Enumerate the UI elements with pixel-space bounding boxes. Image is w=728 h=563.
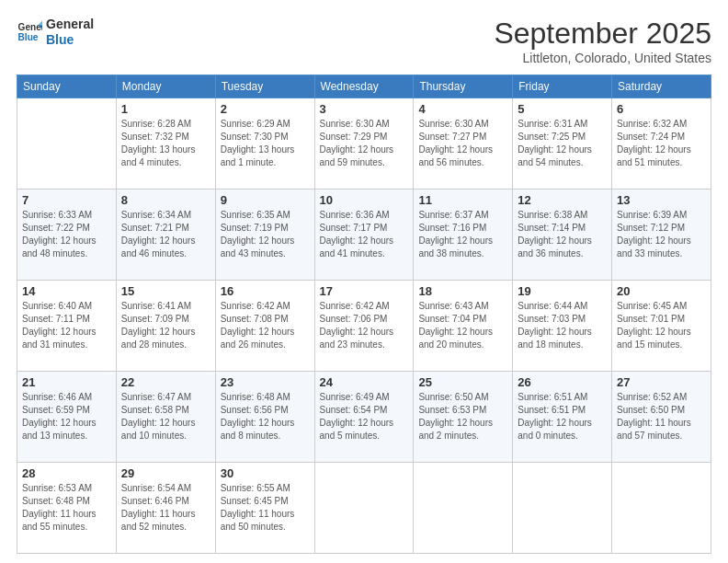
day-info: Sunrise: 6:47 AM Sunset: 6:58 PM Dayligh… xyxy=(121,391,210,442)
calendar-cell: 13Sunrise: 6:39 AM Sunset: 7:12 PM Dayli… xyxy=(612,190,711,281)
day-number: 25 xyxy=(418,375,507,389)
day-number: 10 xyxy=(320,193,409,207)
calendar-cell: 20Sunrise: 6:45 AM Sunset: 7:01 PM Dayli… xyxy=(612,281,711,372)
day-info: Sunrise: 6:43 AM Sunset: 7:04 PM Dayligh… xyxy=(418,300,507,351)
day-number: 9 xyxy=(221,193,310,207)
calendar-cell: 6Sunrise: 6:32 AM Sunset: 7:24 PM Daylig… xyxy=(612,98,711,190)
calendar-cell: 27Sunrise: 6:52 AM Sunset: 6:50 PM Dayli… xyxy=(612,372,711,463)
day-info: Sunrise: 6:42 AM Sunset: 7:06 PM Dayligh… xyxy=(320,300,409,351)
calendar-cell: 11Sunrise: 6:37 AM Sunset: 7:16 PM Dayli… xyxy=(414,190,513,281)
calendar-cell: 16Sunrise: 6:42 AM Sunset: 7:08 PM Dayli… xyxy=(215,281,314,372)
day-info: Sunrise: 6:39 AM Sunset: 7:12 PM Dayligh… xyxy=(617,209,706,260)
day-info: Sunrise: 6:53 AM Sunset: 6:48 PM Dayligh… xyxy=(22,482,111,534)
day-info: Sunrise: 6:28 AM Sunset: 7:32 PM Dayligh… xyxy=(121,118,210,169)
day-number: 28 xyxy=(22,466,111,480)
calendar-cell: 21Sunrise: 6:46 AM Sunset: 6:59 PM Dayli… xyxy=(17,372,117,463)
day-number: 2 xyxy=(221,102,310,116)
calendar-cell xyxy=(314,463,414,554)
day-info: Sunrise: 6:30 AM Sunset: 7:27 PM Dayligh… xyxy=(418,118,507,169)
day-number: 23 xyxy=(221,375,310,389)
calendar-cell: 7Sunrise: 6:33 AM Sunset: 7:22 PM Daylig… xyxy=(17,190,117,281)
day-number: 30 xyxy=(221,466,310,480)
calendar-cell: 26Sunrise: 6:51 AM Sunset: 6:51 PM Dayli… xyxy=(513,372,612,463)
day-number: 27 xyxy=(617,375,706,389)
day-info: Sunrise: 6:55 AM Sunset: 6:45 PM Dayligh… xyxy=(221,482,310,534)
calendar-cell: 14Sunrise: 6:40 AM Sunset: 7:11 PM Dayli… xyxy=(17,281,117,372)
day-info: Sunrise: 6:38 AM Sunset: 7:14 PM Dayligh… xyxy=(518,209,607,260)
location: Littleton, Colorado, United States xyxy=(494,51,711,65)
calendar-cell: 30Sunrise: 6:55 AM Sunset: 6:45 PM Dayli… xyxy=(215,463,314,554)
calendar-cell: 4Sunrise: 6:30 AM Sunset: 7:27 PM Daylig… xyxy=(414,98,513,190)
day-number: 6 xyxy=(617,102,706,116)
calendar-cell: 19Sunrise: 6:44 AM Sunset: 7:03 PM Dayli… xyxy=(513,281,612,372)
title-block: September 2025 Littleton, Colorado, Unit… xyxy=(494,17,711,65)
calendar-cell: 9Sunrise: 6:35 AM Sunset: 7:19 PM Daylig… xyxy=(215,190,314,281)
header: General Blue General Blue September 2025… xyxy=(17,17,711,65)
day-number: 1 xyxy=(121,102,210,116)
calendar-cell xyxy=(513,463,612,554)
day-number: 13 xyxy=(617,193,706,207)
day-number: 22 xyxy=(121,375,210,389)
day-number: 3 xyxy=(320,102,409,116)
logo-line2: Blue xyxy=(46,32,94,48)
month-title: September 2025 xyxy=(494,17,711,51)
day-info: Sunrise: 6:33 AM Sunset: 7:22 PM Dayligh… xyxy=(22,209,111,260)
day-info: Sunrise: 6:46 AM Sunset: 6:59 PM Dayligh… xyxy=(22,391,111,442)
day-info: Sunrise: 6:48 AM Sunset: 6:56 PM Dayligh… xyxy=(221,391,310,442)
calendar-cell: 24Sunrise: 6:49 AM Sunset: 6:54 PM Dayli… xyxy=(314,372,414,463)
calendar-cell: 25Sunrise: 6:50 AM Sunset: 6:53 PM Dayli… xyxy=(414,372,513,463)
calendar-cell: 22Sunrise: 6:47 AM Sunset: 6:58 PM Dayli… xyxy=(116,372,215,463)
day-info: Sunrise: 6:42 AM Sunset: 7:08 PM Dayligh… xyxy=(221,300,310,351)
day-header-wednesday: Wednesday xyxy=(314,75,414,98)
calendar-cell: 8Sunrise: 6:34 AM Sunset: 7:21 PM Daylig… xyxy=(116,190,215,281)
day-info: Sunrise: 6:36 AM Sunset: 7:17 PM Dayligh… xyxy=(320,209,409,260)
day-number: 7 xyxy=(22,193,111,207)
day-info: Sunrise: 6:32 AM Sunset: 7:24 PM Dayligh… xyxy=(617,118,706,169)
day-number: 18 xyxy=(418,284,507,298)
day-info: Sunrise: 6:41 AM Sunset: 7:09 PM Dayligh… xyxy=(121,300,210,351)
day-info: Sunrise: 6:30 AM Sunset: 7:29 PM Dayligh… xyxy=(320,118,409,169)
day-info: Sunrise: 6:31 AM Sunset: 7:25 PM Dayligh… xyxy=(518,118,607,169)
calendar-cell: 29Sunrise: 6:54 AM Sunset: 6:46 PM Dayli… xyxy=(116,463,215,554)
day-header-tuesday: Tuesday xyxy=(215,75,314,98)
calendar-cell: 17Sunrise: 6:42 AM Sunset: 7:06 PM Dayli… xyxy=(314,281,414,372)
day-number: 26 xyxy=(518,375,607,389)
day-number: 20 xyxy=(617,284,706,298)
calendar-cell: 5Sunrise: 6:31 AM Sunset: 7:25 PM Daylig… xyxy=(513,98,612,190)
day-info: Sunrise: 6:34 AM Sunset: 7:21 PM Dayligh… xyxy=(121,209,210,260)
svg-text:Blue: Blue xyxy=(18,31,39,41)
day-info: Sunrise: 6:52 AM Sunset: 6:50 PM Dayligh… xyxy=(617,391,706,442)
day-number: 21 xyxy=(22,375,111,389)
day-info: Sunrise: 6:51 AM Sunset: 6:51 PM Dayligh… xyxy=(518,391,607,442)
calendar-cell xyxy=(414,463,513,554)
calendar-cell: 1Sunrise: 6:28 AM Sunset: 7:32 PM Daylig… xyxy=(116,98,215,190)
day-number: 15 xyxy=(121,284,210,298)
day-info: Sunrise: 6:35 AM Sunset: 7:19 PM Dayligh… xyxy=(221,209,310,260)
calendar-cell: 18Sunrise: 6:43 AM Sunset: 7:04 PM Dayli… xyxy=(414,281,513,372)
day-header-sunday: Sunday xyxy=(17,75,117,98)
day-number: 8 xyxy=(121,193,210,207)
day-number: 4 xyxy=(418,102,507,116)
day-info: Sunrise: 6:44 AM Sunset: 7:03 PM Dayligh… xyxy=(518,300,607,351)
calendar-cell xyxy=(17,98,117,190)
day-number: 14 xyxy=(22,284,111,298)
calendar-cell: 2Sunrise: 6:29 AM Sunset: 7:30 PM Daylig… xyxy=(215,98,314,190)
calendar-cell: 3Sunrise: 6:30 AM Sunset: 7:29 PM Daylig… xyxy=(314,98,414,190)
calendar-cell: 15Sunrise: 6:41 AM Sunset: 7:09 PM Dayli… xyxy=(116,281,215,372)
calendar: SundayMondayTuesdayWednesdayThursdayFrid… xyxy=(17,75,711,554)
day-header-monday: Monday xyxy=(116,75,215,98)
calendar-cell xyxy=(612,463,711,554)
day-info: Sunrise: 6:40 AM Sunset: 7:11 PM Dayligh… xyxy=(22,300,111,351)
day-number: 29 xyxy=(121,466,210,480)
day-info: Sunrise: 6:29 AM Sunset: 7:30 PM Dayligh… xyxy=(221,118,310,169)
day-number: 12 xyxy=(518,193,607,207)
calendar-cell: 23Sunrise: 6:48 AM Sunset: 6:56 PM Dayli… xyxy=(215,372,314,463)
logo-icon: General Blue xyxy=(17,19,42,45)
day-number: 17 xyxy=(320,284,409,298)
calendar-cell: 28Sunrise: 6:53 AM Sunset: 6:48 PM Dayli… xyxy=(17,463,117,554)
day-info: Sunrise: 6:49 AM Sunset: 6:54 PM Dayligh… xyxy=(320,391,409,442)
logo-line1: General xyxy=(46,17,94,32)
day-number: 16 xyxy=(221,284,310,298)
day-number: 5 xyxy=(518,102,607,116)
day-header-friday: Friday xyxy=(513,75,612,98)
